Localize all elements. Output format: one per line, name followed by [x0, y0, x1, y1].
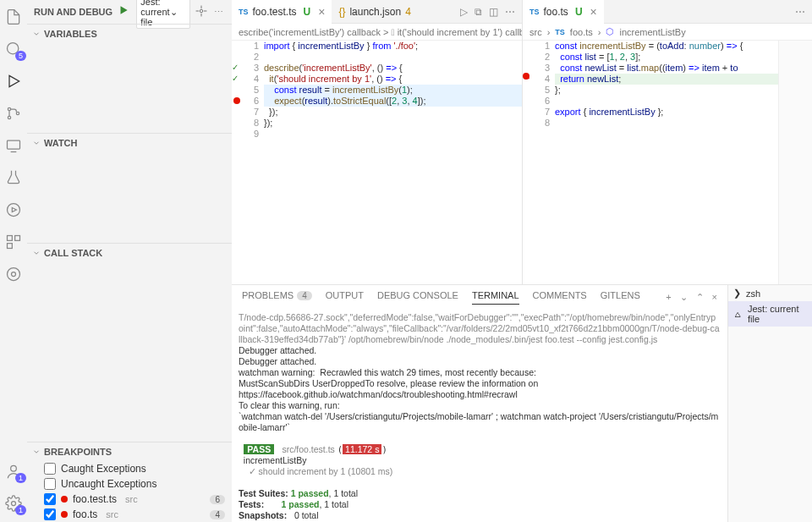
watch-section[interactable]: WATCH: [27, 134, 232, 152]
terminal-jest-item[interactable]: 🜂Jest: current file: [728, 301, 812, 327]
breadcrumbs-left[interactable]: escribe('incrementListBy') callback > 󰊕 …: [232, 24, 522, 41]
svg-rect-9: [15, 236, 20, 241]
panel-close-button[interactable]: ×: [712, 292, 717, 303]
tab-problems[interactable]: PROBLEMS4: [242, 290, 312, 304]
main-area: TSfoo.test.tsU× {}launch.json4 ▷⧉◫⋯ TSfo…: [232, 0, 812, 522]
activity-bar: 5 1 1: [0, 0, 27, 522]
start-debug-button[interactable]: [118, 4, 131, 19]
compare-icon[interactable]: ⧉: [475, 6, 482, 18]
ts-icon: TS: [529, 8, 540, 16]
variables-section[interactable]: VARIABLES: [27, 25, 232, 43]
debug-icon: 🜂: [733, 309, 743, 319]
tab-bar: TSfoo.test.tsU× {}launch.json4 ▷⧉◫⋯ TSfo…: [232, 0, 812, 24]
editor-pane-right: src › TS foo.ts › ⬡ incrementListBy 1234…: [523, 24, 812, 284]
tab-debug-console[interactable]: DEBUG CONSOLE: [377, 290, 458, 304]
callstack-section[interactable]: CALL STACK: [27, 244, 232, 262]
uncaught-checkbox[interactable]: [44, 478, 56, 490]
circle-icon[interactable]: [3, 264, 24, 284]
editor-pane-left: escribe('incrementListBy') callback > 󰊕 …: [232, 24, 523, 284]
terminal-more-button[interactable]: ⌄: [680, 292, 688, 303]
svg-marker-1: [9, 75, 19, 86]
account-icon[interactable]: 1: [3, 461, 24, 481]
bp-checkbox[interactable]: [44, 493, 56, 505]
debug-more-button[interactable]: ⋯: [212, 7, 225, 18]
search-icon[interactable]: 5: [3, 39, 24, 59]
live-share-icon[interactable]: [3, 200, 24, 220]
test-icon[interactable]: [3, 168, 24, 188]
tab-terminal[interactable]: TERMINAL: [472, 290, 519, 305]
svg-point-16: [200, 9, 203, 13]
svg-rect-8: [8, 236, 13, 241]
run-debug-header: RUN AND DEBUG Jest: current file⌄ ⋯: [27, 0, 232, 24]
settings-icon[interactable]: 1: [3, 493, 24, 514]
svg-point-12: [12, 272, 16, 277]
bp-checkbox[interactable]: [44, 508, 56, 520]
tab-launch-json[interactable]: {}launch.json4: [332, 0, 417, 24]
minimap[interactable]: [778, 41, 812, 284]
remote-icon[interactable]: [3, 135, 24, 156]
run-title: RUN AND DEBUG: [34, 7, 112, 17]
settings-badge: 1: [15, 505, 26, 515]
terminal-list: ❯zsh 🜂Jest: current file: [727, 285, 812, 522]
svg-marker-15: [121, 6, 128, 14]
uncaught-exceptions-item[interactable]: Uncaught Exceptions: [27, 476, 232, 492]
svg-point-4: [16, 112, 19, 114]
close-icon[interactable]: ×: [590, 5, 597, 19]
tab-comments[interactable]: COMMENTS: [533, 290, 587, 304]
caught-checkbox[interactable]: [44, 463, 56, 475]
terminal-output[interactable]: T/node-cdp.56686-27.sock","deferredMode"…: [232, 309, 727, 522]
tab-gitlens[interactable]: GITLENS: [601, 290, 640, 304]
play-icon[interactable]: ▷: [460, 6, 468, 18]
svg-point-11: [8, 268, 20, 281]
extensions-icon[interactable]: [3, 232, 24, 252]
chevron-down-icon: ⌄: [170, 7, 178, 18]
svg-point-6: [8, 204, 20, 217]
close-icon[interactable]: ×: [318, 5, 325, 19]
tab-output[interactable]: OUTPUT: [326, 290, 364, 304]
breadcrumbs-right[interactable]: src › TS foo.ts › ⬡ incrementListBy: [523, 24, 812, 41]
terminal-icon: ❯: [733, 288, 741, 299]
editor-area: escribe('incrementListBy') callback > 󰊕 …: [232, 24, 812, 284]
json-icon: {}: [338, 6, 345, 18]
debug-settings-button[interactable]: [195, 5, 207, 19]
ts-icon: TS: [239, 8, 249, 16]
account-badge: 1: [15, 473, 26, 483]
new-terminal-button[interactable]: +: [666, 292, 671, 303]
source-control-icon[interactable]: [3, 103, 24, 124]
terminal-zsh-item[interactable]: ❯zsh: [728, 285, 812, 301]
breakpoint-dot-icon: [61, 496, 68, 503]
breakpoint-file-item[interactable]: foo.tssrc4: [27, 507, 232, 522]
svg-rect-5: [8, 140, 20, 149]
split-icon[interactable]: ◫: [489, 6, 498, 18]
code-editor-right[interactable]: 12345678 const incrementListBy = (toAdd:…: [523, 41, 812, 284]
code-editor-left[interactable]: 123456789 import { incrementListBy } fro…: [232, 41, 522, 284]
breakpoints-section[interactable]: BREAKPOINTS: [27, 442, 232, 461]
more-icon[interactable]: ⋯: [795, 6, 805, 18]
svg-rect-10: [8, 244, 13, 249]
explorer-icon[interactable]: [3, 7, 24, 27]
caught-exceptions-item[interactable]: Caught Exceptions: [27, 461, 232, 476]
bottom-panel: PROBLEMS4 OUTPUT DEBUG CONSOLE TERMINAL …: [232, 284, 812, 522]
debug-sidebar: RUN AND DEBUG Jest: current file⌄ ⋯ VARI…: [27, 0, 232, 522]
svg-point-3: [8, 116, 10, 118]
breakpoint-file-item[interactable]: foo.test.tssrc6: [27, 492, 232, 507]
svg-point-2: [8, 107, 10, 110]
breakpoint-dot-icon: [61, 511, 68, 518]
svg-point-13: [11, 465, 17, 471]
tab-foo-test[interactable]: TSfoo.test.tsU×: [232, 0, 332, 24]
svg-marker-7: [12, 208, 16, 212]
svg-point-14: [12, 502, 16, 506]
tab-foo-ts[interactable]: TSfoo.tsU×: [523, 0, 604, 24]
debug-icon[interactable]: [3, 71, 24, 91]
more-icon[interactable]: ⋯: [505, 6, 515, 18]
search-badge: 5: [15, 51, 26, 61]
symbol-icon: ⬡: [606, 26, 614, 37]
panel-tabs: PROBLEMS4 OUTPUT DEBUG CONSOLE TERMINAL …: [232, 285, 727, 309]
panel-maximize-button[interactable]: ⌃: [696, 292, 704, 303]
